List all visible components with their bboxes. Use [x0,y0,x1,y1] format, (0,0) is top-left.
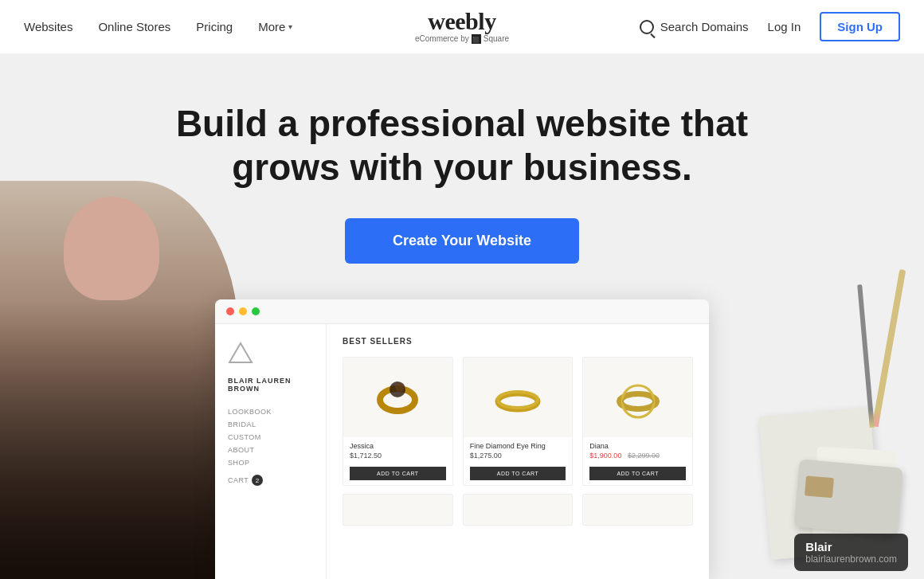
blair-name: Blair [805,540,897,554]
logo[interactable]: weebly eCommerce by ⬛ Square [415,10,509,44]
preview-nav-about: ABOUT [228,444,313,456]
pencil-icon [872,269,906,427]
ring-icon-diana [610,370,666,425]
nav-pricing[interactable]: Pricing [196,20,233,33]
preview-nav-bridal: BRIDAL [228,418,313,431]
search-domains-button[interactable]: Search Domains [640,20,749,34]
products-grid: Jessica $1,712.50 ADD TO CART [343,357,693,486]
product-info-diamond: Fine Diamond Eye Ring $1,275.00 ADD TO C… [464,437,573,485]
blair-name-tag: Blair blairlaurenbrown.com [794,534,908,571]
preview-nav-shop: SHOP [228,456,313,469]
ring-icon-jessica [370,370,425,425]
product-info-diana: Diana $1,900.00 $2,299.00 ADD TO CART [583,437,692,485]
preview-cart: CART 2 [228,472,313,488]
logo-subtitle: eCommerce by ⬛ Square [415,34,509,44]
nav-websites[interactable]: Websites [24,20,72,33]
header: Websites Online Stores Pricing More ▾ we… [0,0,924,54]
ring-icon-diamond [490,370,546,425]
preview-nav-custom: CUSTOM [228,431,313,444]
browser-bar [215,299,709,324]
preview-nav-lookbook: LOOKBOOK [228,405,313,418]
add-to-cart-diana[interactable]: ADD TO CART [589,467,686,480]
square-icon: ⬛ [472,34,481,44]
login-button[interactable]: Log In [768,20,801,33]
hero-section: Build a professional website that grows … [0,54,924,579]
chevron-down-icon: ▾ [288,22,292,31]
svg-marker-0 [229,343,252,362]
blair-url: blairlaurenbrown.com [805,554,897,565]
browser-dot-yellow [239,307,247,315]
preview-sidebar: BLAIR LAUREN BROWN LOOKBOOK BRIDAL CUSTO… [215,324,327,579]
website-preview: BLAIR LAUREN BROWN LOOKBOOK BRIDAL CUSTO… [215,299,709,579]
preview-nav: LOOKBOOK BRIDAL CUSTOM ABOUT SHOP CART 2 [228,405,313,488]
product-name-jessica: Jessica [350,442,446,450]
product-card-bottom-2 [463,494,574,526]
products-row2 [343,494,693,526]
product-card-diamond: Fine Diamond Eye Ring $1,275.00 ADD TO C… [463,357,574,486]
hero-headline: Build a professional website that grows … [135,102,789,190]
nav-online-stores[interactable]: Online Stores [98,20,170,33]
best-sellers-title: BEST SELLERS [343,337,693,346]
person-illustration [0,181,239,579]
product-card-bottom-1 [343,494,453,526]
cart-badge: 2 [252,475,263,486]
product-card-jessica: Jessica $1,712.50 ADD TO CART [343,357,453,486]
preview-brand-name: BLAIR LAUREN BROWN [228,377,313,393]
browser-dot-green [252,307,260,315]
product-price-diana: $1,900.00 $2,299.00 [589,452,686,460]
svg-point-3 [395,382,405,392]
product-image-jessica [343,358,452,437]
preview-main: BEST SELLERS Jessica [327,324,709,579]
create-website-button[interactable]: Create Your Website [345,218,579,264]
preview-body: BLAIR LAUREN BROWN LOOKBOOK BRIDAL CUSTO… [215,324,709,579]
pencil2-icon [857,284,875,428]
nav-more[interactable]: More ▾ [258,20,292,33]
product-info-jessica: Jessica $1,712.50 ADD TO CART [343,437,452,485]
product-card-bottom-3 [582,494,693,526]
svg-point-7 [622,385,654,417]
product-price-diamond: $1,275.00 [470,452,566,460]
add-to-cart-jessica[interactable]: ADD TO CART [350,467,446,480]
product-image-diamond [464,358,573,437]
svg-point-8 [623,396,653,407]
search-icon [640,20,654,34]
header-nav: Websites Online Stores Pricing More ▾ [24,20,292,33]
credit-card-illustration [794,459,903,535]
add-to-cart-diamond[interactable]: ADD TO CART [470,467,566,480]
browser-dot-red [226,307,234,315]
product-card-diana: Diana $1,900.00 $2,299.00 ADD TO CART [582,357,693,486]
header-actions: Search Domains Log In Sign Up [640,12,900,41]
product-name-diana: Diana [589,442,686,450]
product-name-diamond: Fine Diamond Eye Ring [470,442,566,450]
product-image-diana [583,358,692,437]
right-decoration [741,260,916,579]
preview-logo-icon [228,340,253,366]
logo-wordmark: weebly [415,10,509,33]
signup-button[interactable]: Sign Up [820,12,900,41]
product-price-jessica: $1,712.50 [350,452,446,460]
